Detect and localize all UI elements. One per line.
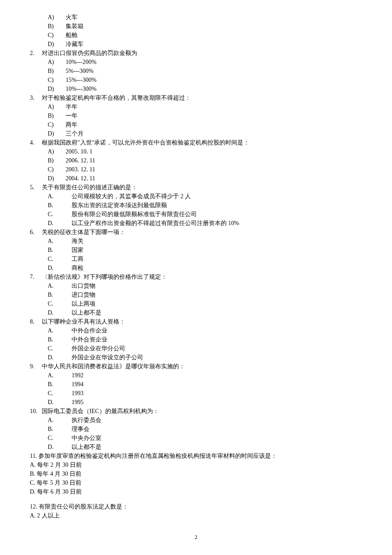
option: B.股东出资的法定资本须达到最低限额 — [48, 201, 362, 210]
question-number: 6. — [30, 228, 42, 237]
option-text: 以上都不是 — [72, 308, 101, 317]
option-label: C) — [48, 75, 66, 84]
option-text: 以上两项 — [72, 299, 95, 308]
option-label: B) — [48, 111, 66, 120]
option: B.中外合资企业 — [48, 335, 362, 344]
option-label: B) — [48, 22, 66, 31]
option-label: D. — [48, 398, 72, 407]
option-text: 三个月 — [66, 129, 84, 138]
option-label: B. — [48, 380, 72, 389]
option-text: 理事会 — [72, 425, 89, 434]
question-4: 4.根据我国政府"入世"承诺，可以允许外资在中合资检验鉴定机构控股的时间是： A… — [30, 138, 362, 183]
option: A.1992 — [48, 371, 362, 380]
option-text: 半年 — [66, 102, 78, 111]
question-9: 9.中华人民共和国消费者权益法》是哪仪年颁布实施的： A.1992 B.1994… — [30, 362, 362, 407]
option-text: 10%---200% — [66, 58, 96, 66]
option: A.执行委员会 — [48, 416, 362, 425]
option-label: B. — [48, 335, 72, 344]
option-label: D) — [48, 40, 66, 49]
option: B.1994 — [48, 380, 362, 389]
option: C)船舱 — [48, 31, 362, 40]
option-text: 2006. 12. 11 — [66, 156, 95, 165]
question-number: 8. — [30, 317, 42, 326]
option-label: B. — [48, 201, 72, 210]
option-text: 出口货物 — [72, 281, 95, 290]
question-stem: 12. 有限责任公司的股东法定人数是： — [30, 502, 362, 511]
question-3: 3.对于检验鉴定机构年审不合格的，其整改期限不得超过： A)半年 B)一年 C)… — [30, 93, 362, 138]
question-number: 10. — [30, 407, 42, 416]
question-1-continued: A)火车 B)集装箱 C)船舱 D)冷藏车 — [30, 13, 362, 49]
option-text: 冷藏车 — [66, 40, 84, 49]
option-text: 1992 — [72, 371, 84, 380]
option-text: 进口货物 — [72, 290, 95, 299]
question-11: 11. 参加年度审查的检验鉴定机构向注册所在地直属检验检疫机构报送年审材料的时间… — [30, 451, 362, 496]
option-label: A. — [48, 192, 72, 201]
option: D)三个月 — [48, 129, 362, 138]
option-text: 2004. 12. 11 — [66, 174, 95, 183]
option: A. 2 人以上 — [30, 511, 362, 520]
question-number: 9. — [30, 362, 42, 371]
option-label: B. — [48, 290, 72, 299]
option: C.股份有限公司的最低限额标准低于有限责任公司 — [48, 210, 362, 219]
option-label: B. — [48, 246, 72, 254]
option: D. 每年 6 月 30 日前 — [30, 487, 362, 496]
option-label: A. — [48, 416, 72, 425]
option: B. 每年 4 月 30 日前 — [30, 469, 362, 478]
option: B)2006. 12. 11 — [48, 156, 362, 165]
question-stem: 对于检验鉴定机构年审不合格的，其整改期限不得超过： — [42, 93, 362, 102]
question-12: 12. 有限责任公司的股东法定人数是： A. 2 人以上 — [30, 502, 362, 520]
option-label: A. — [48, 237, 72, 246]
option-text: 海关 — [72, 237, 84, 246]
question-stem: 根据我国政府"入世"承诺，可以允许外资在中合资检验鉴定机构控股的时间是： — [42, 138, 362, 147]
question-stem: 关税的征收主体是下面哪一项： — [42, 228, 362, 237]
option: D.以工业产权作出资金额的不得超过有限责任公司注册资本的 10% — [48, 219, 362, 228]
option: C)15%---300% — [48, 75, 362, 84]
option-text: 集装箱 — [66, 22, 84, 31]
option-text: 一年 — [66, 111, 78, 120]
option-label: A) — [48, 147, 66, 156]
option: A)火车 — [48, 13, 362, 22]
option-text: 5%---300% — [66, 66, 93, 75]
option-text: 1995 — [72, 398, 84, 407]
option-label: D. — [48, 442, 72, 451]
option-text: 国家 — [72, 246, 84, 254]
option-label: D. — [48, 219, 72, 228]
option: B.理事会 — [48, 425, 362, 434]
option: C)两年 — [48, 120, 362, 129]
option-label: C. — [48, 210, 72, 219]
question-stem: 关于有限责任公司的描述正确的是： — [42, 183, 362, 192]
option-label: C. — [48, 299, 72, 308]
option-label: B. — [48, 425, 72, 434]
option-label: D) — [48, 129, 66, 138]
option: D.1995 — [48, 398, 362, 407]
option: C.中央办公室 — [48, 434, 362, 442]
option: C.以上两项 — [48, 299, 362, 308]
option-text: 火车 — [66, 13, 78, 22]
option-label: A. — [48, 281, 72, 290]
question-number: 7. — [30, 272, 42, 281]
option: D.商检 — [48, 263, 362, 272]
option-text: 中外合资企业 — [72, 335, 107, 344]
option-label: A. — [48, 326, 72, 335]
option-label: A) — [48, 13, 66, 22]
option-text: 2003. 12. 11 — [66, 165, 95, 174]
option: B)5%---300% — [48, 66, 362, 75]
option-label: C) — [48, 165, 66, 174]
option: A)2005. 10. 1 — [48, 147, 362, 156]
option-label: C) — [48, 120, 66, 129]
option: A.海关 — [48, 237, 362, 246]
option-label: B) — [48, 156, 66, 165]
option-label: C. — [48, 344, 72, 353]
option: B.国家 — [48, 246, 362, 254]
option-text: 股份有限公司的最低限额标准低于有限责任公司 — [72, 210, 197, 219]
option: D.外国企业在华设立的子公司 — [48, 353, 362, 362]
option: C.工商 — [48, 254, 362, 263]
option: D.以上都不是 — [48, 308, 362, 317]
question-8: 8.以下哪种企业不具有法人资格： A.中外合作企业 B.中外合资企业 C.外国企… — [30, 317, 362, 362]
option: D)10%---300% — [48, 84, 362, 93]
question-6: 6.关税的征收主体是下面哪一项： A.海关 B.国家 C.工商 D.商检 — [30, 228, 362, 272]
question-stem: 〈新估价法规》对下列哪项的价格作出了规定： — [42, 272, 362, 281]
option: B)集装箱 — [48, 22, 362, 31]
option-text: 股东出资的法定资本须达到最低限额 — [72, 201, 167, 210]
option-label: D. — [48, 353, 72, 362]
